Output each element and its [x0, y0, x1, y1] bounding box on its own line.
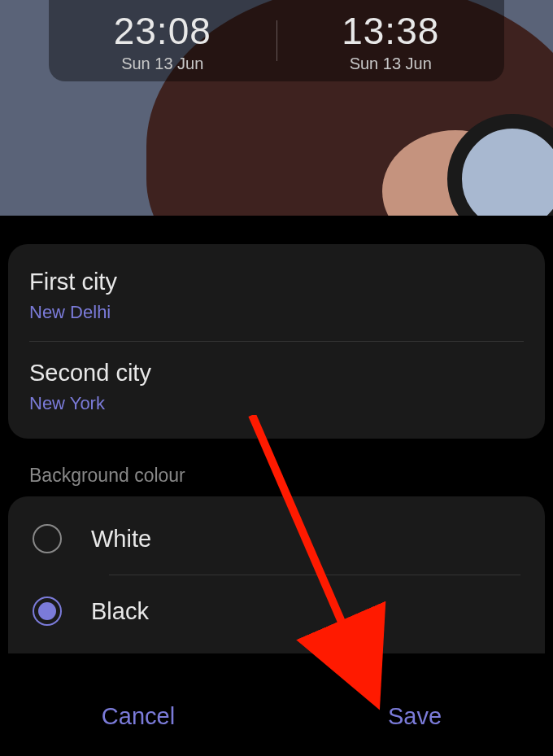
clock-city-2: 13:38 Sun 13 Jun: [277, 9, 505, 73]
radio-circle-white: [33, 524, 62, 553]
radio-option-white[interactable]: White: [8, 503, 545, 575]
radio-option-black[interactable]: Black: [8, 575, 545, 647]
radio-circle-black: [33, 596, 62, 626]
first-city-label: First city: [29, 269, 524, 295]
dual-clock-widget: 23:08 Sun 13 Jun 13:38 Sun 13 Jun: [49, 0, 504, 81]
clock-city-1: 23:08 Sun 13 Jun: [49, 9, 276, 73]
background-colour-card: White Black: [8, 496, 545, 653]
second-city-row[interactable]: Second city New York: [29, 341, 524, 432]
radio-label-white: White: [91, 526, 151, 553]
bottom-action-bar: Cancel Save: [0, 676, 553, 756]
city-settings-card: First city New Delhi Second city New Yor…: [8, 244, 545, 439]
save-button[interactable]: Save: [276, 703, 553, 730]
widget-preview: 23:08 Sun 13 Jun 13:38 Sun 13 Jun: [0, 0, 553, 216]
second-city-value: New York: [29, 393, 524, 414]
clock-time-1: 23:08: [49, 9, 276, 53]
background-colour-header: Background colour: [8, 453, 545, 496]
cancel-button[interactable]: Cancel: [0, 703, 276, 730]
first-city-row[interactable]: First city New Delhi: [29, 251, 524, 341]
radio-label-black: Black: [91, 598, 149, 625]
radio-dot-icon: [38, 602, 56, 620]
second-city-label: Second city: [29, 360, 524, 387]
clock-date-1: Sun 13 Jun: [49, 55, 276, 73]
first-city-value: New Delhi: [29, 302, 524, 323]
clock-date-2: Sun 13 Jun: [277, 55, 505, 73]
clock-time-2: 13:38: [277, 9, 505, 53]
